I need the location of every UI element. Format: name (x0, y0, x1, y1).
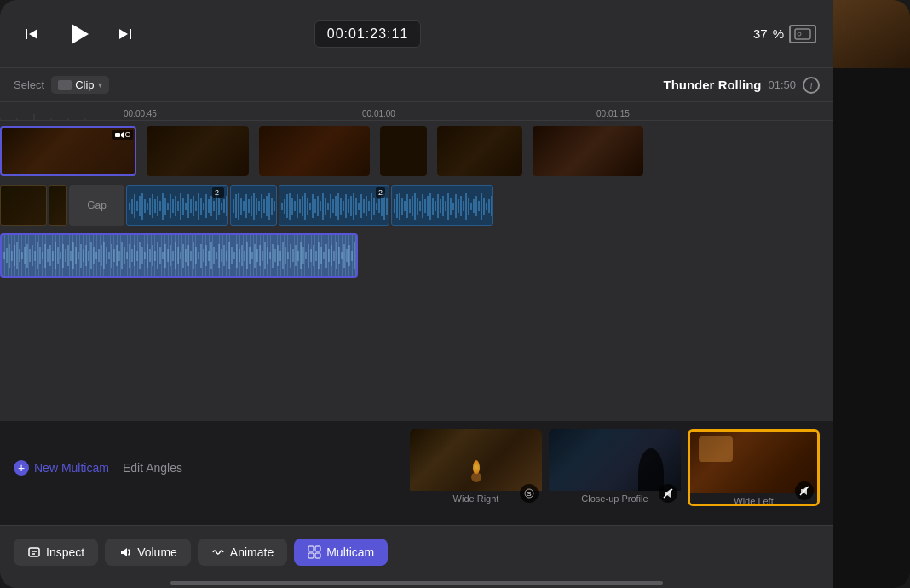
svg-rect-161 (29, 249, 31, 262)
video-clip-4[interactable] (380, 126, 427, 176)
audio-waveform-3[interactable]: 2 (279, 185, 389, 226)
svg-rect-163 (34, 251, 36, 261)
svg-rect-277 (325, 244, 327, 268)
zoom-icon[interactable] (789, 25, 816, 43)
svg-rect-37 (187, 194, 189, 218)
multicam-button[interactable]: Multicam (294, 539, 388, 566)
angle-thumb-wide-left[interactable]: Wide Left (688, 429, 820, 506)
svg-rect-181 (80, 244, 82, 268)
svg-rect-43 (203, 203, 204, 210)
svg-rect-169 (49, 245, 51, 266)
info-button[interactable]: i (803, 77, 820, 94)
audio-waveform-2[interactable] (230, 185, 277, 226)
svg-rect-263 (290, 244, 291, 268)
svg-rect-15 (131, 199, 133, 214)
svg-rect-265 (295, 245, 297, 266)
svg-rect-121 (417, 198, 418, 215)
angle-wide-left[interactable]: Wide Left (688, 429, 820, 506)
edit-angles-label: Edit Angles (123, 461, 182, 475)
svg-rect-50 (221, 203, 222, 210)
svg-rect-225 (193, 242, 194, 269)
svg-rect-285 (346, 249, 348, 262)
svg-rect-219 (177, 247, 179, 264)
svg-rect-273 (315, 251, 317, 261)
play-button[interactable] (63, 19, 94, 49)
clip-thumb-2 (147, 126, 249, 176)
video-clip-1[interactable]: C (0, 126, 136, 176)
svg-rect-87 (325, 198, 326, 215)
clip-cam-badge-1: C (112, 130, 134, 140)
svg-rect-81 (309, 203, 311, 210)
inspect-button[interactable]: Inspect (14, 539, 98, 566)
svg-rect-179 (75, 247, 77, 264)
audio-waveform-4[interactable] (391, 185, 493, 226)
svg-rect-95 (345, 194, 347, 218)
multicam-panel: + New Multicam Edit Angles (0, 421, 833, 525)
video-clip-3[interactable] (259, 126, 370, 176)
edit-angles-button[interactable]: Edit Angles (123, 461, 182, 475)
clip-selector[interactable]: Clip ▾ (51, 76, 108, 94)
volume-label: Volume (137, 545, 177, 559)
closeup-text: Close-up Profile (581, 493, 648, 504)
angle-closeup[interactable]: Close-up Profile (549, 429, 681, 506)
svg-rect-104 (368, 201, 370, 211)
svg-rect-51 (223, 199, 225, 213)
svg-rect-246 (246, 242, 248, 269)
svg-rect-199 (126, 252, 128, 259)
svg-rect-59 (248, 199, 250, 213)
new-multicam-button[interactable]: + New Multicam (14, 460, 109, 476)
audio-clip-small-1[interactable] (0, 185, 47, 226)
scrollbar-track[interactable] (170, 581, 663, 585)
skip-forward-button[interactable] (111, 20, 140, 49)
svg-rect-114 (399, 193, 400, 220)
svg-rect-257 (274, 249, 276, 262)
scrollbar-area (0, 578, 833, 588)
svg-rect-177 (70, 251, 72, 261)
gap-clip[interactable]: Gap (69, 185, 124, 226)
svg-rect-107 (376, 203, 377, 210)
svg-rect-91 (335, 196, 337, 216)
svg-rect-118 (409, 199, 411, 213)
ruler-mark-3: 00:01:15 (596, 109, 630, 118)
angle-thumb-wide-right[interactable]: S Wide Right (410, 429, 542, 506)
animate-button[interactable]: Animate (198, 539, 287, 566)
svg-rect-125 (427, 196, 429, 216)
svg-rect-74 (291, 198, 293, 215)
selected-audio-bar[interactable] (0, 233, 358, 278)
svg-rect-271 (310, 249, 312, 262)
svg-rect-64 (261, 194, 262, 218)
svg-rect-24 (154, 199, 156, 213)
svg-rect-139 (463, 201, 464, 211)
volume-button[interactable]: Volume (105, 539, 191, 566)
clip-chevron: ▾ (98, 80, 102, 89)
video-clip-2[interactable] (147, 126, 249, 176)
svg-rect-133 (447, 193, 449, 220)
svg-rect-39 (193, 196, 194, 216)
svg-rect-135 (452, 203, 454, 210)
svg-rect-183 (85, 245, 87, 266)
info-icon: i (809, 80, 812, 90)
svg-rect-232 (210, 242, 212, 269)
svg-rect-160 (26, 244, 28, 268)
video-clip-5[interactable] (437, 126, 522, 176)
svg-rect-25 (157, 196, 158, 216)
svg-rect-300 (315, 553, 320, 558)
select-bar: Select Clip ▾ Thunder Rolling 01:50 i (0, 68, 833, 102)
audio-clip-small-2[interactable] (49, 185, 67, 226)
multicam-toolbar: + New Multicam Edit Angles (14, 429, 820, 506)
svg-rect-141 (468, 198, 469, 215)
timeline-area[interactable]: 00:00:45 00:01:00 00:01:15 C (0, 102, 833, 421)
svg-rect-112 (394, 199, 395, 213)
song-duration: 01:50 (768, 78, 796, 91)
svg-rect-203 (136, 251, 138, 261)
skip-back-button[interactable] (17, 20, 46, 49)
svg-rect-176 (67, 245, 69, 266)
video-clip-6[interactable] (533, 126, 643, 176)
angle-thumb-closeup[interactable]: Close-up Profile (549, 429, 681, 506)
svg-rect-117 (406, 194, 408, 218)
svg-rect-33 (177, 201, 179, 211)
svg-rect-175 (65, 249, 66, 262)
angle-wide-right[interactable]: S Wide Right (410, 429, 542, 506)
audio-waveform-1[interactable]: 2- (126, 185, 228, 226)
svg-rect-32 (175, 196, 176, 216)
